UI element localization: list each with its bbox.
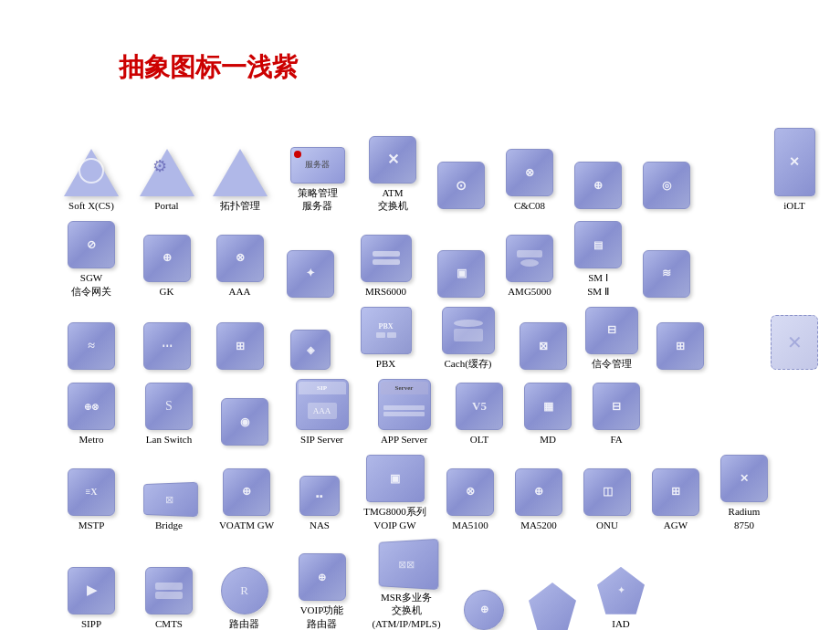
icon-empty5: ▣: [429, 250, 493, 298]
icon-mstp: ≡X MSTP: [55, 468, 128, 531]
icon-r6: ⊞: [648, 322, 712, 370]
icon-r2: ⋯: [132, 322, 201, 370]
icon-router: R 路由器: [210, 567, 278, 630]
icon-iolt-placeholder: ✕ iOLT: [762, 128, 826, 212]
icon-cache: Cach(缓存): [429, 307, 507, 370]
icon-row-2: ⊘ SGW信令网关 ⊕ GK ⊗ AAA ✦: [55, 221, 831, 298]
icon-mrs6000: MRS6000: [347, 235, 425, 298]
icon-r5: ⊠: [511, 322, 575, 370]
icon-row-4: ⊕⊗ Metro S Lan Switch ◉ SIP AAA SIP Serv…: [55, 379, 831, 446]
icon-row-6: ▶ SIPP CMTS R 路由器 ⊕ VOIP功能路由器: [55, 541, 831, 630]
icon-grid: Soft X(CS) ⚙ Portal 拓扑管理 服务器 策略管理服务器 ✕ A…: [55, 128, 831, 630]
icon-gk: ⊕ GK: [132, 235, 201, 298]
icon-pbx: PBX PBX: [347, 307, 425, 370]
icon-row-3: ≈ ⋯ ⊞ ◈ PBX PBX: [55, 307, 831, 370]
icon-tmg8000: ▣ TMG8000系列VOIP GW: [356, 455, 434, 531]
icon-portal: ⚙ Portal: [132, 149, 201, 212]
icon-aaa: ⊗ AAA: [205, 235, 274, 298]
icon-sgw: ⊘ SGW信令网关: [55, 221, 128, 298]
icon-voip-router: ⊕ VOIP功能路由器: [283, 553, 361, 630]
icon-soft-x: Soft X(CS): [55, 149, 128, 212]
icon-voatm-gw: ⊕ VOATM GW: [210, 468, 283, 531]
icon-msr: ⊠⊠ MSR多业务交换机(ATM/IP/MPLS): [365, 541, 447, 630]
icon-iad: ✦ IAD: [589, 567, 653, 630]
icon-empty7: ◉: [210, 398, 278, 446]
icon-sip-server: SIP AAA SIP Server: [283, 379, 361, 446]
icon-bridge: ⊠ Bridge: [132, 483, 205, 531]
icon-r1: ≈: [55, 322, 128, 370]
icon-nas: ▪▪ NAS: [288, 476, 352, 531]
icon-empty1: ⊙: [429, 162, 493, 212]
icon-empty8: ⊕: [452, 590, 516, 630]
icon-app-server: Server APP Server: [365, 379, 443, 446]
icon-cc08: ⊗ C&C08: [498, 149, 562, 212]
icon-sipp: ▶ SIPP: [55, 567, 128, 630]
icon-ma5200: ⊕ MA5200: [507, 468, 571, 531]
icon-agw: ⊞ AGW: [644, 468, 708, 531]
icon-ma5100: ⊗ MA5100: [438, 468, 502, 531]
icon-empty6: ≋: [635, 250, 698, 298]
icon-row-5: ≡X MSTP ⊠ Bridge ⊕ VOATM GW ▪▪ NAS ▣: [55, 455, 831, 531]
icon-fa: ⊟ FA: [584, 383, 648, 446]
icon-radium: ✕ Radium8750: [712, 455, 776, 531]
icon-ghost1: ✕: [762, 315, 826, 370]
icon-policy-server: 服务器 策略管理服务器: [278, 147, 356, 213]
icon-r4: ◈: [278, 330, 342, 370]
icon-topology: 拓扑管理: [205, 149, 274, 212]
icon-empty2: ⊕: [566, 162, 630, 212]
icon-sm: ▤ SM ⅠSM Ⅱ: [566, 221, 630, 298]
icon-md: ▦ MD: [516, 383, 580, 446]
icon-cmts: CMTS: [132, 567, 205, 630]
icon-empty4: ✦: [278, 250, 342, 298]
icon-signal-mgmt: ⊟ 信令管理: [580, 307, 644, 370]
icon-atm-switch: ✕ ATM交换机: [361, 136, 425, 213]
page-title: 抽象图标一浅紫: [119, 50, 298, 85]
icon-amg5000: AMG5000: [498, 235, 562, 298]
icon-onu: ◫ ONU: [575, 468, 639, 531]
icon-empty3: ◎: [635, 162, 698, 212]
icon-metro: ⊕⊗ Metro: [55, 383, 128, 446]
icon-olt: V5 OLT: [447, 383, 511, 446]
icon-lan-switch: S Lan Switch: [132, 383, 205, 446]
icon-empty9: [520, 583, 584, 630]
icon-row-1: Soft X(CS) ⚙ Portal 拓扑管理 服务器 策略管理服务器 ✕ A…: [55, 128, 831, 212]
icon-r3: ⊞: [205, 322, 274, 370]
